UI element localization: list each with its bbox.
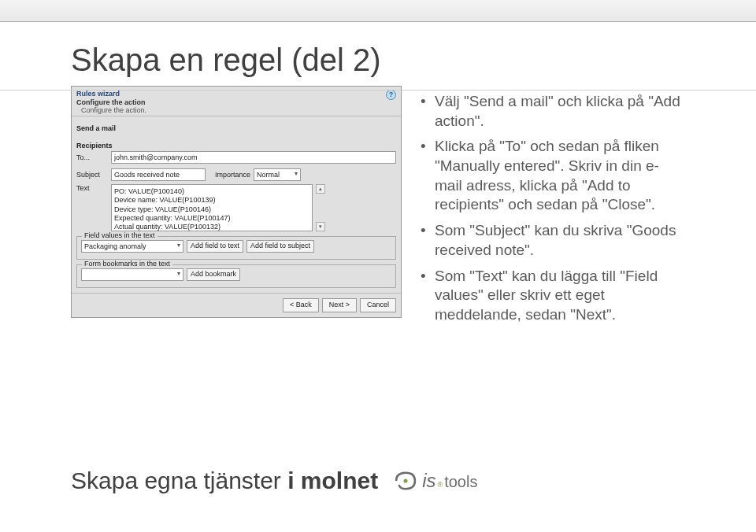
- field-value-select[interactable]: Packaging anomaly: [81, 240, 183, 253]
- registered-icon: ®: [438, 481, 443, 489]
- instruction-list: Välj "Send a mail" och klicka på "Add ac…: [421, 86, 685, 331]
- list-item: Klicka på "To" och sedan på fliken "Manu…: [421, 137, 685, 215]
- form-bookmarks-fieldset: Form bookmarks in the text Add bookmark: [76, 264, 396, 288]
- window-toolbar: [0, 0, 756, 22]
- field-values-legend: Field values in the text: [82, 231, 158, 239]
- send-mail-heading: Send a mail: [76, 124, 396, 132]
- importance-label: Importance: [215, 171, 250, 179]
- text-label: Text: [76, 184, 108, 192]
- to-label[interactable]: To...: [76, 153, 108, 161]
- help-icon[interactable]: ?: [386, 90, 396, 100]
- logo-tools-text: tools: [444, 473, 477, 491]
- wizard-title: Rules wizard: [76, 90, 146, 98]
- importance-select[interactable]: Normal: [254, 168, 301, 181]
- istools-logo: is ® tools: [392, 470, 477, 492]
- add-field-to-subject-button[interactable]: Add field to subject: [246, 240, 314, 253]
- field-values-fieldset: Field values in the text Packaging anoma…: [76, 236, 396, 260]
- subject-input[interactable]: Goods received note: [111, 168, 206, 181]
- cancel-button[interactable]: Cancel: [360, 298, 396, 312]
- svg-point-0: [404, 478, 408, 482]
- footer-tagline: Skapa egna tjänster i molnet: [71, 467, 378, 494]
- next-button[interactable]: Next >: [322, 298, 357, 312]
- logo-is-text: is: [422, 470, 435, 492]
- wizard-subtitle: Configure the action.: [81, 106, 146, 114]
- recipients-label: Recipients: [76, 142, 396, 150]
- logo-mark-icon: [392, 470, 419, 492]
- form-bookmarks-legend: Form bookmarks in the text: [82, 260, 172, 268]
- to-input[interactable]: john.smith@company.com: [111, 151, 396, 164]
- wizard-subtitle-bold: Configure the action: [76, 98, 146, 106]
- rules-wizard-panel: Rules wizard Configure the action Config…: [71, 86, 402, 318]
- back-button[interactable]: < Back: [283, 298, 319, 312]
- text-area[interactable]: PO: VALUE(P100140) Device name: VALUE(P1…: [111, 184, 313, 231]
- page-title: Skapa en regel (del 2): [71, 42, 685, 78]
- add-field-to-text-button[interactable]: Add field to text: [187, 240, 243, 253]
- list-item: Som "Subject" kan du skriva "Goods recei…: [421, 221, 685, 260]
- list-item: Som "Text" kan du lägga till "Field valu…: [421, 267, 685, 325]
- scroll-down-icon[interactable]: ▾: [316, 222, 325, 231]
- bookmark-select[interactable]: [81, 268, 183, 281]
- list-item: Välj "Send a mail" och klicka på "Add ac…: [421, 92, 685, 131]
- add-bookmark-button[interactable]: Add bookmark: [187, 268, 240, 281]
- divider: [0, 90, 756, 91]
- scroll-up-icon[interactable]: ▴: [316, 184, 325, 194]
- subject-label: Subject: [76, 171, 108, 179]
